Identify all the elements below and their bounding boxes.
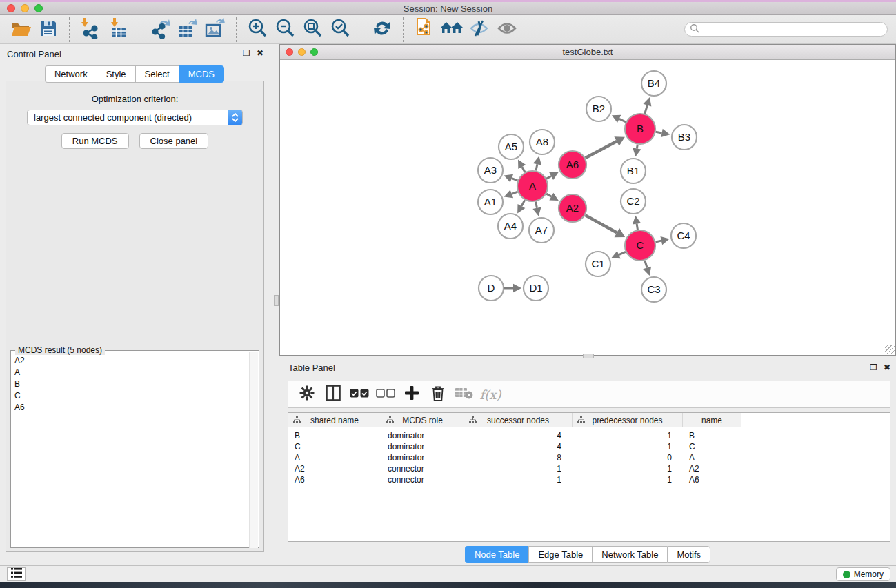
table-cell[interactable]: 1 <box>573 441 683 452</box>
hide-panels-button[interactable] <box>466 18 493 41</box>
table-cell[interactable]: dominator <box>381 430 464 441</box>
tab-edge-table[interactable]: Edge Table <box>528 546 592 563</box>
criterion-select[interactable]: largest connected component (directed) <box>27 110 243 125</box>
search-input[interactable] <box>699 25 887 34</box>
close-panel-icon[interactable]: ✖ <box>884 363 890 372</box>
graph-edge-b-b4[interactable] <box>643 97 651 114</box>
table-cell[interactable]: connector <box>381 474 464 485</box>
table-row[interactable]: Adominator80A <box>288 452 890 463</box>
graph-node-d[interactable]: D <box>479 276 504 301</box>
tab-mcds[interactable]: MCDS <box>179 65 224 83</box>
graph-edge-c-c2[interactable] <box>633 216 641 230</box>
table-cell[interactable]: 1 <box>573 463 683 474</box>
graph-node-a[interactable]: A <box>517 171 548 201</box>
import-network-button[interactable] <box>77 18 104 41</box>
export-network-button[interactable] <box>146 18 174 41</box>
network-canvas[interactable]: B4B2BB3A5A8A6A3AB1A1A2C2A4A7C4CC1DD1C3 <box>280 60 895 354</box>
graph-edge-b-b3[interactable] <box>656 129 670 137</box>
import-table-button[interactable] <box>104 18 132 41</box>
refresh-network-button[interactable] <box>368 18 396 41</box>
show-columns-button[interactable] <box>320 383 346 405</box>
tab-select[interactable]: Select <box>135 65 179 83</box>
tab-style[interactable]: Style <box>97 65 135 83</box>
add-column-button[interactable] <box>399 383 425 405</box>
graph-node-c3[interactable]: C3 <box>641 277 666 302</box>
select-all-button[interactable] <box>346 383 372 405</box>
graph-edge-a-a7[interactable] <box>532 202 541 216</box>
close-window-button[interactable] <box>7 4 15 12</box>
table-cell[interactable]: 0 <box>573 452 683 463</box>
tab-network-table[interactable]: Network Table <box>592 546 667 563</box>
graph-node-c[interactable]: C <box>625 230 655 261</box>
zoom-fit-button[interactable] <box>299 18 326 41</box>
graph-node-b3[interactable]: B3 <box>672 125 697 150</box>
graph-edge-a-a8[interactable] <box>533 156 541 171</box>
close-panel-icon[interactable]: ✖ <box>257 48 263 58</box>
graph-edge-c-c1[interactable] <box>611 251 626 258</box>
graph-node-a3[interactable]: A3 <box>478 158 503 183</box>
graph-node-a1[interactable]: A1 <box>478 190 503 214</box>
run-mcds-button[interactable]: Run MCDS <box>61 133 129 149</box>
zoom-selected-button[interactable] <box>326 18 354 41</box>
table-cell[interactable]: connector <box>381 463 464 474</box>
table-cell[interactable]: dominator <box>381 441 464 452</box>
graph-edge-a-a3[interactable] <box>504 174 518 183</box>
table-cell[interactable]: C <box>683 441 741 452</box>
delete-column-button[interactable] <box>425 383 451 405</box>
graph-node-a6[interactable]: A6 <box>559 151 586 179</box>
graph-node-a7[interactable]: A7 <box>529 218 554 243</box>
vertical-splitter-handle[interactable] <box>274 295 279 306</box>
table-cell[interactable]: A <box>288 452 381 463</box>
search-box[interactable] <box>684 22 888 37</box>
graph-edge-d-d1[interactable] <box>504 284 521 292</box>
result-item[interactable]: C <box>12 389 250 401</box>
graph-node-b[interactable]: B <box>625 114 655 144</box>
table-row[interactable]: A6connector11A6 <box>288 474 890 485</box>
zoom-in-button[interactable] <box>243 18 271 41</box>
network-window-titlebar[interactable]: testGlobe.txt <box>280 45 895 60</box>
table-cell[interactable]: A2 <box>288 463 381 474</box>
table-cell[interactable]: B <box>683 430 741 441</box>
graph-edge-c-c3[interactable] <box>643 261 651 276</box>
unselect-all-button[interactable] <box>372 383 399 405</box>
result-item[interactable]: A6 <box>12 401 250 413</box>
graph-edge-a-a2[interactable] <box>546 193 559 201</box>
node-attribute-table[interactable]: shared nameMCDS rolesuccessor nodesprede… <box>288 412 890 542</box>
tab-network[interactable]: Network <box>45 65 97 83</box>
table-cell[interactable]: 1 <box>573 474 683 485</box>
float-panel-icon[interactable]: ❒ <box>243 48 250 58</box>
graph-node-b1[interactable]: B1 <box>621 159 646 183</box>
graph-node-c4[interactable]: C4 <box>671 223 696 248</box>
table-cell[interactable]: 1 <box>464 474 573 485</box>
graph-edge-a2-c[interactable] <box>585 215 625 237</box>
table-cell[interactable]: 4 <box>464 441 573 452</box>
resize-grip-icon[interactable] <box>885 345 895 354</box>
column-header-shared-name[interactable]: shared name <box>288 413 381 427</box>
export-table-button[interactable] <box>174 18 201 41</box>
tab-node-table[interactable]: Node Table <box>465 546 529 563</box>
table-row[interactable]: Bdominator41B <box>288 430 890 441</box>
table-cell[interactable]: 8 <box>464 452 573 463</box>
table-cell[interactable]: B <box>288 430 381 441</box>
table-cell[interactable]: 4 <box>464 430 573 441</box>
table-cell[interactable]: A2 <box>683 463 741 474</box>
graph-edge-b-b1[interactable] <box>633 145 641 157</box>
horizontal-splitter-handle[interactable] <box>583 354 594 358</box>
table-row[interactable]: Cdominator41C <box>288 441 890 452</box>
zoom-network-button[interactable] <box>310 48 318 56</box>
close-panel-button[interactable]: Close panel <box>139 133 209 149</box>
result-item[interactable]: A2 <box>12 354 250 366</box>
gear-button[interactable] <box>294 383 320 405</box>
memory-button[interactable]: Memory <box>836 567 890 581</box>
show-panels-button[interactable] <box>493 18 521 41</box>
graph-edge-c-c4[interactable] <box>655 236 669 245</box>
result-item[interactable]: A <box>12 366 250 378</box>
float-panel-icon[interactable]: ❒ <box>870 363 877 372</box>
table-cell[interactable]: A6 <box>288 474 381 485</box>
table-cell[interactable]: C <box>288 441 381 452</box>
new-network-from-file-button[interactable] <box>410 18 438 41</box>
table-cell[interactable]: 1 <box>573 430 683 441</box>
graph-node-a8[interactable]: A8 <box>530 130 555 154</box>
column-header-name[interactable]: name <box>683 413 741 427</box>
task-history-button[interactable] <box>7 567 26 581</box>
